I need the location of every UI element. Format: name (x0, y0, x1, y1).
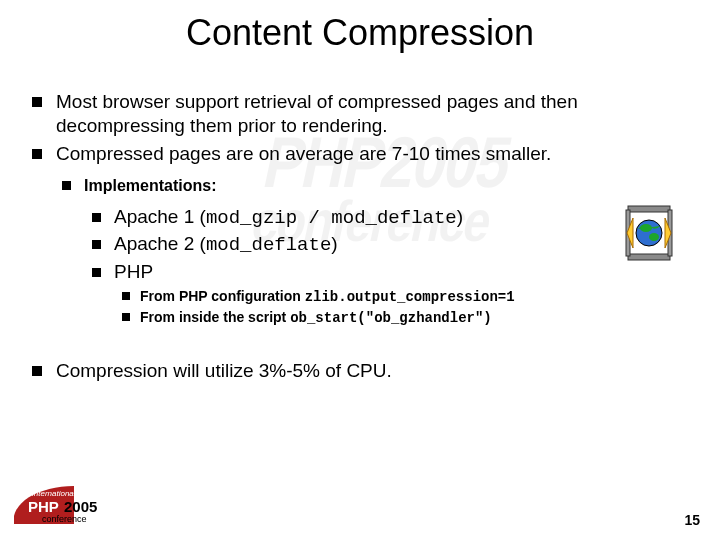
page-number: 15 (684, 512, 700, 528)
svg-rect-1 (628, 254, 670, 260)
bullet-php-script: From inside the script ob_start("ob_gzha… (122, 308, 688, 329)
bullet-apache1: Apache 1 (mod_gzip / mod_deflate) (92, 204, 688, 232)
bullet-php: PHP (92, 259, 688, 286)
globe-vise-icon (624, 204, 674, 262)
bullet-implementations: Implementations: (62, 175, 688, 197)
slide-body: Most browser support retrieval of compre… (0, 54, 720, 382)
conference-logo: international PHP 2005 conference (14, 480, 124, 528)
bullet-apache2: Apache 2 (mod_deflate) (92, 231, 688, 259)
bullet-browser-support: Most browser support retrieval of compre… (32, 90, 688, 138)
bullet-cpu-usage: Compression will utilize 3%-5% of CPU. (32, 359, 688, 383)
svg-rect-0 (628, 206, 670, 212)
bullet-php-config: From PHP configuration zlib.output_compr… (122, 287, 688, 308)
svg-point-6 (636, 220, 662, 246)
logo-conference: conference (42, 514, 87, 524)
bullet-compression-ratio: Compressed pages are on average are 7-10… (32, 142, 688, 166)
svg-point-7 (640, 224, 652, 232)
logo-php: PHP (28, 498, 59, 515)
logo-year: 2005 (64, 498, 97, 515)
slide-title: Content Compression (0, 0, 720, 54)
svg-point-8 (649, 233, 659, 241)
logo-line1: international (32, 489, 76, 498)
